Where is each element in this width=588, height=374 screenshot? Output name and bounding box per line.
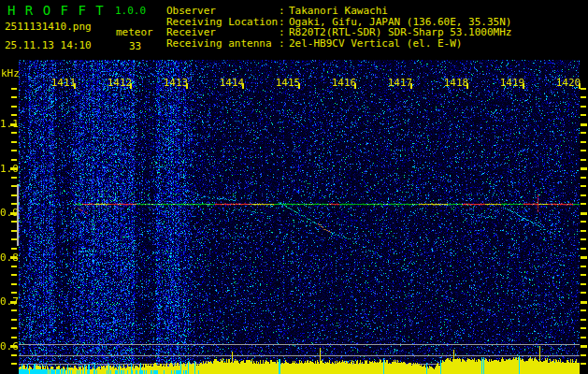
freq-tick-mark — [581, 221, 586, 223]
freq-tick-mark — [581, 141, 586, 143]
app-version: 1.0.0 — [115, 5, 146, 17]
freq-tick-mark — [10, 345, 17, 348]
station-value: 2el-HB9CV Vertical (el. E-W) — [289, 37, 462, 50]
freq-tick-mark — [11, 132, 17, 134]
freq-tick-mark — [10, 167, 17, 170]
freq-tick-mark — [11, 354, 17, 356]
freq-tick-mark — [581, 238, 586, 240]
time-tick-mark — [298, 83, 300, 89]
freq-tick-mark — [581, 327, 586, 329]
time-tick-mark — [354, 83, 356, 89]
time-tick-mark — [186, 83, 188, 89]
freq-tick-mark — [581, 230, 586, 232]
freq-tick-mark — [11, 274, 17, 276]
freq-tick-mark — [11, 106, 17, 108]
freq-tick-mark — [11, 248, 17, 250]
time-tick-mark — [410, 83, 412, 89]
freq-tick-mark — [11, 96, 17, 98]
freq-tick-mark — [581, 194, 586, 196]
freq-tick-mark — [11, 363, 17, 365]
freq-tick-mark — [581, 319, 586, 321]
freq-unit-label: kHz — [1, 67, 20, 79]
freq-tick-mark — [581, 345, 587, 348]
freq-tick-mark — [11, 177, 17, 179]
capture-filename: 2511131410.png — [5, 21, 92, 33]
time-tick-mark — [74, 83, 76, 89]
freq-tick-mark — [581, 256, 587, 259]
station-label: Receiving antenna — [166, 38, 279, 50]
time-tick-mark — [242, 83, 244, 89]
freq-tick-mark — [11, 327, 17, 329]
freq-tick-mark — [11, 114, 17, 116]
freq-tick-mark — [581, 363, 586, 365]
freq-tick-mark — [581, 354, 586, 356]
app-title: H R O F F T — [7, 3, 105, 18]
freq-tick-mark — [581, 114, 586, 116]
freq-tick-mark — [581, 274, 586, 276]
freq-tick-mark — [11, 292, 17, 294]
freq-tick-mark — [11, 88, 17, 90]
freq-tick-mark — [581, 248, 586, 250]
time-tick-mark — [579, 83, 581, 89]
freq-tick-mark — [11, 141, 17, 143]
freq-tick-mark — [581, 132, 586, 134]
freq-tick-mark — [11, 309, 17, 311]
freq-tick-mark — [581, 167, 587, 170]
station-colon: : — [279, 38, 289, 50]
freq-tick-mark — [581, 177, 586, 179]
freq-tick-mark — [581, 150, 586, 151]
spectrogram-canvas — [19, 60, 580, 374]
time-tick-mark — [130, 83, 132, 89]
meteor-count: 33 — [129, 40, 141, 52]
time-tick-mark — [466, 83, 468, 89]
freq-tick-mark — [581, 96, 586, 98]
freq-tick-mark — [11, 159, 17, 161]
capture-datetime: 25.11.13 14:10 — [5, 39, 92, 51]
freq-tick-mark — [11, 283, 17, 285]
freq-tick-mark — [581, 212, 587, 215]
freq-tick-mark — [10, 123, 17, 126]
freq-tick-mark — [11, 266, 17, 267]
freq-tick-mark — [581, 159, 586, 161]
station-label: Observer — [166, 6, 279, 17]
time-tick-mark — [523, 83, 524, 89]
freq-band-marker — [17, 184, 19, 246]
station-info-row-antenna: Receiving antenna:2el-HB9CV Vertical (el… — [166, 38, 511, 50]
station-colon: : — [279, 6, 289, 17]
freq-tick-mark — [581, 185, 586, 187]
freq-tick-mark — [581, 337, 586, 338]
freq-tick-mark — [581, 266, 586, 267]
freq-tick-mark — [11, 319, 17, 321]
station-info: Observer:Takanori Kawachi Receiving Loca… — [166, 6, 511, 49]
capture-mode-label: meteor — [116, 26, 153, 38]
freq-tick-mark — [581, 283, 586, 285]
freq-tick-mark — [581, 106, 586, 108]
freq-tick-mark — [10, 256, 17, 259]
freq-tick-mark — [10, 212, 17, 215]
freq-tick-mark — [581, 292, 586, 294]
freq-tick-mark — [581, 203, 586, 205]
hrofft-window: H R O F F T 1.0.0 2511131410.png meteor … — [0, 0, 588, 374]
freq-tick-mark — [11, 337, 17, 338]
freq-tick-mark — [581, 309, 586, 311]
freq-tick-mark — [11, 150, 17, 151]
freq-tick-mark — [581, 301, 587, 304]
freq-tick-mark — [581, 123, 587, 126]
freq-tick-mark — [10, 301, 17, 304]
